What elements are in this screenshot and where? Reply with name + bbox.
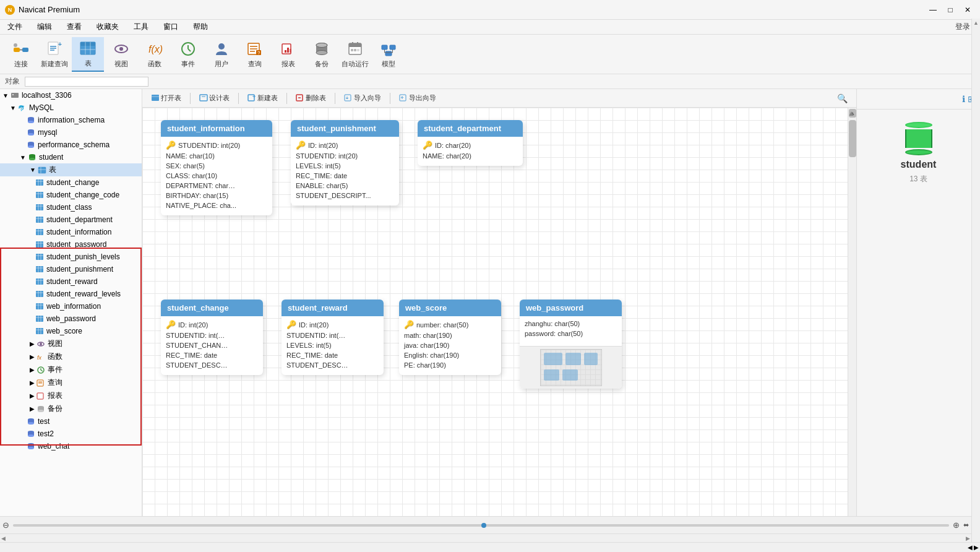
sidebar-item-web-information[interactable]: web_information xyxy=(0,300,142,313)
sidebar-item-student-change-code[interactable]: student_change_code xyxy=(0,189,142,201)
sidebar-item-functions[interactable]: ▶ fx 函数 xyxy=(0,350,142,363)
tables-group-label: 表 xyxy=(49,165,56,175)
sidebar-item-queries[interactable]: ▶ 查询 xyxy=(0,376,142,389)
svg-point-137 xyxy=(28,434,34,437)
card-field: REC_TIME: date xyxy=(296,171,394,181)
nav-right[interactable]: ▶ xyxy=(974,544,979,551)
menu-edit[interactable]: 编辑 xyxy=(35,20,54,33)
toolbar-function[interactable]: f(x) 函数 xyxy=(139,37,171,72)
zoom-slider-small[interactable] xyxy=(13,524,949,527)
menu-tools[interactable]: 工具 xyxy=(131,20,151,33)
object-search-input[interactable] xyxy=(25,77,148,87)
menu-file[interactable]: 文件 xyxy=(5,20,25,33)
menu-view[interactable]: 查看 xyxy=(64,20,84,33)
user-icon xyxy=(213,40,230,58)
function-label: 函数 xyxy=(148,59,161,69)
fit-button[interactable]: ⬌ xyxy=(963,521,969,529)
scrollbar-thumb[interactable] xyxy=(849,120,856,157)
sidebar-item-student-punishment[interactable]: student_punishment xyxy=(0,263,142,275)
sidebar-item-student-punish-levels[interactable]: student_punish_levels xyxy=(0,251,142,263)
import-wizard-label: 导入向导 xyxy=(354,93,381,103)
sidebar-item-test2[interactable]: ▶ test2 xyxy=(0,428,142,440)
card-body-student-reward: 🔑 ID: int(20) STUDENTID: int(… LEVELS: i… xyxy=(282,316,384,375)
svg-rect-40 xyxy=(354,49,356,51)
toolbar-user[interactable]: 用户 xyxy=(205,37,238,72)
sidebar-item-views[interactable]: ▶ 视图 xyxy=(0,337,142,350)
nav-left[interactable]: ◀ xyxy=(968,544,973,551)
scroll-up-button[interactable]: ▲ xyxy=(848,109,855,118)
toolbar-newquery[interactable]: + 新建查询 xyxy=(38,37,71,72)
svg-rect-30 xyxy=(290,49,291,53)
menu-help[interactable]: 帮助 xyxy=(191,20,210,33)
toolbar-query[interactable]: ? 查询 xyxy=(239,37,271,72)
separator xyxy=(390,93,390,104)
zoom-plus-small[interactable]: ⊕ xyxy=(953,520,960,530)
db-disk-top xyxy=(905,122,932,128)
db-name: student xyxy=(901,159,937,170)
info-icon[interactable]: ℹ xyxy=(962,94,965,104)
right-panel-hscroll[interactable]: ◀ ▶ xyxy=(0,533,971,542)
sidebar-item-test[interactable]: ▶ test xyxy=(0,415,142,428)
field-text: STUDENT_CHAN… xyxy=(166,342,228,349)
search-button[interactable]: 🔍 xyxy=(833,92,851,105)
card-header-student-change: student_change xyxy=(161,300,263,316)
backup-label: 备份 xyxy=(315,59,329,69)
svg-rect-49 xyxy=(11,93,19,98)
sidebar-item-perfschema[interactable]: ▶ performance_schema xyxy=(0,139,142,151)
menu-favorites[interactable]: 收藏夹 xyxy=(94,20,121,33)
table-item-icon xyxy=(35,277,45,287)
toolbar-backup[interactable]: 备份 xyxy=(306,37,338,72)
sidebar-item-mysql[interactable]: ▼ 🐬 MySQL xyxy=(0,101,142,114)
svg-point-15 xyxy=(119,47,123,51)
sidebar-item-tables-group[interactable]: ▼ 表 xyxy=(0,163,142,176)
sidebar-item-student-reward-levels[interactable]: student_reward_levels xyxy=(0,288,142,300)
sidebar-item-web-score[interactable]: web_score xyxy=(0,325,142,337)
sidebar-item-infoschema[interactable]: ▶ information_schema xyxy=(0,114,142,126)
sidebar-item-student[interactable]: ▼ student xyxy=(0,151,142,163)
maximize-button[interactable]: □ xyxy=(943,4,958,16)
toolbar-schedule[interactable]: 自动运行 xyxy=(339,37,371,72)
sidebar-item-reports[interactable]: ▶ 报表 xyxy=(0,389,142,402)
table-label-10: student_reward_levels xyxy=(46,290,121,298)
card-body-student-information: 🔑 STUDENTID: int(20) NAME: char(10) SEX:… xyxy=(161,137,272,215)
toolbar-event[interactable]: 事件 xyxy=(172,37,204,72)
open-table-button[interactable]: 打开表 xyxy=(147,92,185,105)
sidebar-item-localhost[interactable]: ▼ localhost_3306 xyxy=(0,89,142,101)
sidebar-item-student-information[interactable]: student_information xyxy=(0,226,142,238)
import-wizard-button[interactable]: 导入向导 xyxy=(340,92,385,105)
toolbar-connect[interactable]: 连接 xyxy=(5,37,37,72)
toolbar-view[interactable]: 视图 xyxy=(105,37,137,72)
sidebar-item-student-reward[interactable]: student_reward xyxy=(0,275,142,288)
vertical-scrollbar[interactable]: ▲ ▼ xyxy=(848,108,856,535)
toolbar-table[interactable]: 表 xyxy=(72,37,104,72)
delete-table-button[interactable]: 删除表 xyxy=(292,92,330,105)
sidebar-item-mysqldb[interactable]: ▶ mysql xyxy=(0,126,142,139)
sidebar-item-web-password[interactable]: web_password xyxy=(0,313,142,325)
sidebar-item-backups[interactable]: ▶ 备份 xyxy=(0,402,142,415)
separator xyxy=(286,93,287,104)
table-item-icon xyxy=(35,264,45,274)
svg-rect-64 xyxy=(38,167,46,173)
toolbar-model[interactable]: 模型 xyxy=(372,37,405,72)
design-table-button[interactable]: 设计表 xyxy=(196,92,233,105)
sidebar-item-webchat[interactable]: ▶ web_chat xyxy=(0,440,142,452)
zoom-minus-small[interactable]: ⊖ xyxy=(2,520,9,530)
menu-window[interactable]: 窗口 xyxy=(161,20,181,33)
sidebar-item-events[interactable]: ▶ 事件 xyxy=(0,363,142,376)
sidebar-item-student-change[interactable]: student_change xyxy=(0,176,142,189)
sidebar-item-student-password[interactable]: student_password xyxy=(0,238,142,251)
svg-point-60 xyxy=(28,145,34,148)
export-wizard-button[interactable]: 导出向导 xyxy=(395,92,440,105)
close-button[interactable]: ✕ xyxy=(960,4,975,16)
field-text: BIRTHDAY: char(15) xyxy=(166,192,228,199)
card-body-web-password: zhanghu: char(50) password: char(50) xyxy=(520,316,622,343)
svg-point-33 xyxy=(316,50,327,54)
sidebar-item-student-class[interactable]: student_class xyxy=(0,201,142,213)
right-panel-scrollbar[interactable]: ▲ ▼ xyxy=(971,19,980,552)
key-icon: 🔑 xyxy=(166,140,176,150)
toolbar-report[interactable]: 报表 xyxy=(272,37,304,72)
table-item-icon xyxy=(35,239,45,249)
minimize-button[interactable]: — xyxy=(926,4,940,16)
sidebar-item-student-department[interactable]: student_department xyxy=(0,213,142,226)
new-table-button[interactable]: + 新建表 xyxy=(244,92,282,105)
